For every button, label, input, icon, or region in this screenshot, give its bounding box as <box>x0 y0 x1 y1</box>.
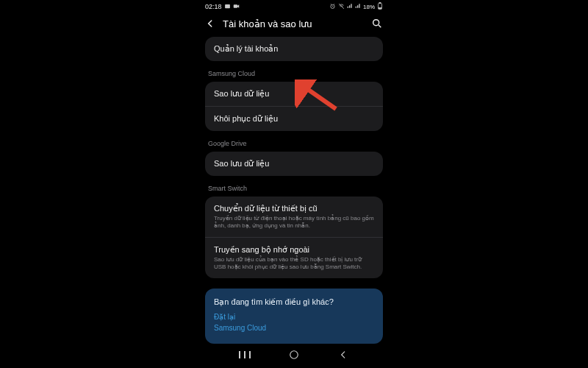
alarm-icon <box>329 3 336 11</box>
google-backup-item[interactable]: Sao lưu dữ liệu <box>205 152 383 176</box>
item-label: Sao lưu dữ liệu <box>214 89 269 98</box>
svg-rect-8 <box>244 351 245 358</box>
samsung-restore-item[interactable]: Khôi phục dữ liệu <box>205 106 383 131</box>
home-button[interactable] <box>287 348 301 361</box>
item-label: Sao lưu dữ liệu <box>214 159 269 168</box>
status-msg-icon <box>224 3 231 11</box>
search-icon[interactable] <box>371 18 383 29</box>
looking-title: Bạn đang tìm kiếm điều gì khác? <box>214 297 374 307</box>
signal-icon <box>347 3 353 10</box>
svg-rect-1 <box>233 4 237 8</box>
settings-content: Quản lý tài khoản Samsung Cloud Sao lưu … <box>198 37 390 344</box>
item-label: Quản lý tài khoản <box>214 44 278 53</box>
recents-button[interactable] <box>238 348 251 361</box>
svg-rect-7 <box>239 351 240 358</box>
item-desc: Truyền dữ liệu từ điện thoại hoặc máy tí… <box>214 215 374 230</box>
google-drive-card: Sao lưu dữ liệu <box>205 152 383 176</box>
back-icon[interactable] <box>205 18 215 29</box>
page-header: Tài khoản và sao lưu <box>198 13 390 37</box>
section-smart-switch: Smart Switch <box>205 182 383 197</box>
samsung-backup-item[interactable]: Sao lưu dữ liệu <box>205 82 383 106</box>
svg-rect-9 <box>249 351 251 358</box>
smart-switch-card: Chuyển dữ liệu từ thiết bị cũ Truyền dữ … <box>205 197 383 278</box>
item-desc: Sao lưu dữ liệu của bạn vào thẻ SD hoặc … <box>214 256 374 271</box>
item-label: Khôi phục dữ liệu <box>214 114 278 123</box>
reset-link[interactable]: Đặt lại <box>214 313 374 321</box>
svg-rect-5 <box>379 8 381 9</box>
section-google-drive: Google Drive <box>205 137 383 152</box>
item-title: Chuyển dữ liệu từ thiết bị cũ <box>214 204 374 213</box>
external-storage-item[interactable]: Truyền sang bộ nhớ ngoài Sao lưu dữ liệu… <box>205 237 383 278</box>
samsung-cloud-link[interactable]: Samsung Cloud <box>214 324 374 332</box>
signal-icon-2 <box>355 3 361 10</box>
status-time: 02:18 <box>205 3 222 10</box>
svg-rect-0 <box>225 4 230 7</box>
samsung-cloud-card: Sao lưu dữ liệu Khôi phục dữ liệu <box>205 82 383 131</box>
svg-rect-4 <box>379 3 381 4</box>
manage-accounts-item[interactable]: Quản lý tài khoản <box>205 37 383 61</box>
transfer-old-device-item[interactable]: Chuyển dữ liệu từ thiết bị cũ Truyền dữ … <box>205 197 383 237</box>
status-video-icon <box>233 3 240 11</box>
svg-point-10 <box>290 351 298 359</box>
section-samsung-cloud: Samsung Cloud <box>205 67 383 82</box>
status-bar: 02:18 18% <box>198 0 390 13</box>
battery-icon <box>377 2 383 11</box>
phone-screen: 02:18 18% <box>198 0 390 368</box>
wifi-off-icon <box>338 3 345 11</box>
back-nav-button[interactable] <box>337 348 350 361</box>
battery-text: 18% <box>363 4 375 10</box>
manage-accounts-card: Quản lý tài khoản <box>205 37 383 61</box>
item-title: Truyền sang bộ nhớ ngoài <box>214 245 374 255</box>
svg-point-6 <box>373 20 379 26</box>
looking-for-card: Bạn đang tìm kiếm điều gì khác? Đặt lại … <box>205 289 383 344</box>
android-navbar <box>198 344 390 365</box>
page-title: Tài khoản và sao lưu <box>223 18 364 29</box>
